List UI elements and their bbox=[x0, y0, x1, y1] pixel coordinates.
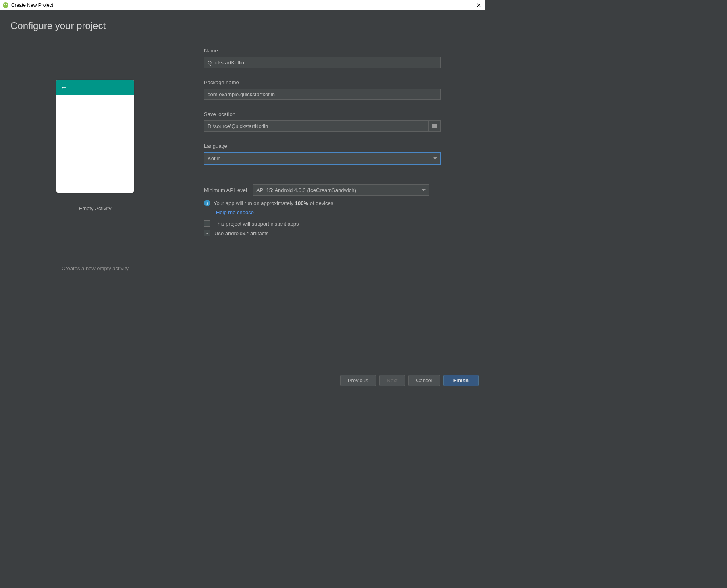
name-input[interactable] bbox=[204, 57, 441, 68]
language-select[interactable]: Kotlin bbox=[204, 152, 441, 164]
svg-point-1 bbox=[4, 4, 5, 5]
name-label: Name bbox=[204, 48, 475, 54]
next-button: Next bbox=[379, 375, 405, 386]
language-value: Kotlin bbox=[208, 155, 221, 161]
api-level-value: API 15: Android 4.0.3 (IceCreamSandwich) bbox=[256, 187, 356, 193]
preview-description: Creates a new empty activity bbox=[62, 265, 129, 271]
package-name-label: Package name bbox=[204, 79, 475, 85]
preview-label: Empty Activity bbox=[79, 205, 112, 211]
language-label: Language bbox=[204, 143, 475, 149]
svg-point-0 bbox=[3, 2, 8, 8]
title-bar: Create New Project ✕ bbox=[0, 0, 485, 10]
chevron-down-icon bbox=[422, 189, 426, 191]
close-icon[interactable]: ✕ bbox=[474, 2, 483, 9]
package-name-input[interactable] bbox=[204, 89, 441, 100]
activity-preview: ← bbox=[56, 80, 134, 193]
device-coverage-text: Your app will run on approximately 100% … bbox=[214, 200, 335, 206]
cancel-button[interactable]: Cancel bbox=[408, 375, 440, 386]
previous-button[interactable]: Previous bbox=[340, 375, 376, 386]
svg-point-2 bbox=[6, 4, 7, 5]
instant-apps-checkbox[interactable] bbox=[204, 220, 210, 227]
android-studio-icon bbox=[2, 2, 9, 8]
androidx-label: Use androidx.* artifacts bbox=[214, 230, 268, 236]
finish-button[interactable]: Finish bbox=[443, 375, 479, 386]
info-icon: i bbox=[204, 200, 210, 206]
androidx-checkbox[interactable]: ✓ bbox=[204, 230, 210, 236]
save-location-label: Save location bbox=[204, 111, 475, 117]
back-arrow-icon: ← bbox=[60, 83, 68, 92]
api-level-label: Minimum API level bbox=[204, 187, 247, 193]
browse-folder-button[interactable] bbox=[429, 120, 441, 132]
window-title: Create New Project bbox=[11, 2, 53, 8]
page-title: Configure your project bbox=[0, 10, 485, 31]
api-level-select[interactable]: API 15: Android 4.0.3 (IceCreamSandwich) bbox=[253, 184, 429, 196]
footer-bar: Previous Next Cancel Finish bbox=[0, 369, 485, 392]
chevron-down-icon bbox=[433, 157, 437, 159]
instant-apps-label: This project will support instant apps bbox=[214, 221, 299, 227]
save-location-input[interactable] bbox=[204, 120, 429, 132]
folder-icon bbox=[432, 123, 438, 129]
help-me-choose-link[interactable]: Help me choose bbox=[216, 209, 254, 215]
